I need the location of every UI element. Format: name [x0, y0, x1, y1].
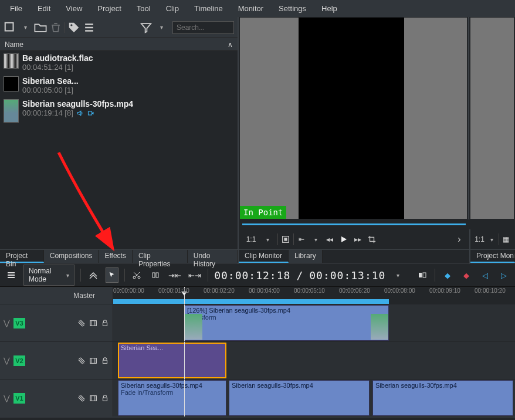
menu-tool[interactable]: Tool — [129, 4, 158, 13]
zone-icon[interactable] — [416, 267, 429, 283]
timecode-separator: / — [296, 269, 303, 282]
in-point-badge: In Point — [240, 206, 286, 219]
timeline-clip[interactable]: Siberian seagulls-30fps.mp4 — [229, 380, 370, 416]
track-header[interactable]: ⋁ V2 — [0, 342, 113, 379]
delete-icon[interactable] — [49, 21, 62, 34]
bin-item[interactable]: Siberian Sea... 00:00:05:00 [1] — [0, 74, 238, 97]
timeline-clip[interactable]: Siberian seagulls-30fps.mp4 — [372, 380, 513, 416]
track-label[interactable]: V2 — [13, 355, 25, 366]
tab-undo-history[interactable]: Undo History — [188, 250, 238, 263]
rewind-icon[interactable]: ◂◂ — [323, 233, 336, 246]
hamburger-icon[interactable] — [5, 267, 18, 283]
project-monitor-viewport[interactable] — [470, 18, 514, 219]
pointer-tool-icon[interactable] — [106, 267, 118, 283]
track-content[interactable]: Siberian seagulls-30fps.mp4Fade in/Trans… — [113, 380, 515, 416]
track-collapse-icon[interactable]: ⋁ — [4, 356, 10, 365]
clip-monitor-viewport[interactable]: In Point — [240, 18, 467, 219]
insert-icon[interactable]: ⇥⇤ — [168, 267, 182, 283]
tab-clip-monitor[interactable]: Clip Monitor — [239, 250, 289, 263]
menu-view[interactable]: View — [58, 4, 90, 13]
seek-start-icon[interactable]: ⇤ — [295, 233, 308, 246]
cut-tool-icon[interactable] — [130, 267, 143, 283]
marker-red-icon[interactable]: ◆ — [460, 267, 473, 283]
filter-icon[interactable] — [140, 21, 153, 34]
monitor-ruler[interactable] — [239, 219, 515, 229]
svg-rect-9 — [419, 273, 422, 277]
ruler-tick: 00:00:08:00 — [384, 287, 415, 294]
zoom-dropdown-2[interactable] — [486, 233, 497, 246]
timeline-ruler[interactable]: 00:00:00:0000:00:01:1000:00:02:2000:00:0… — [113, 287, 515, 304]
seek-start-dropdown[interactable] — [309, 233, 322, 246]
timeline-clip[interactable]: [126%] Siberian seagulls-30fps.mp4Transf… — [184, 305, 389, 341]
track-collapse-icon[interactable]: ⋁ — [4, 394, 10, 402]
menu-settings[interactable]: Settings — [271, 4, 314, 13]
track-label[interactable]: V1 — [13, 393, 25, 404]
add-clip-icon[interactable] — [4, 21, 16, 34]
clip-thumb-icon — [185, 314, 202, 340]
next-icon[interactable]: › — [453, 233, 466, 246]
grid-icon[interactable]: ▦ — [500, 233, 511, 246]
track-collapse-icon[interactable]: ⋁ — [4, 319, 10, 327]
track-visible-icon[interactable] — [89, 319, 97, 327]
bin-toolbar — [0, 17, 238, 38]
menu-clip[interactable]: Clip — [158, 4, 187, 13]
track-content[interactable]: [126%] Siberian seagulls-30fps.mp4Transf… — [113, 304, 515, 341]
tab-library[interactable]: Library — [289, 250, 323, 263]
list-icon[interactable] — [83, 21, 96, 34]
marker-blue-icon[interactable]: ◆ — [441, 267, 454, 283]
track-lock-icon[interactable] — [101, 319, 109, 327]
track-label[interactable]: V3 — [13, 318, 25, 328]
timeline-clip[interactable]: Siberian Sea... — [118, 343, 226, 378]
tab-project-monitor[interactable]: Project Monitor — [470, 250, 515, 263]
bin-item[interactable]: Be audiotrack.flac 00:04:51:24 [1] — [0, 51, 238, 74]
fullscreen-icon[interactable] — [279, 233, 292, 246]
menu-help[interactable]: Help — [314, 4, 345, 13]
spacer-tool-icon[interactable] — [149, 267, 162, 283]
bin-column-header[interactable]: Name ∧ — [0, 38, 238, 51]
tab-effects[interactable]: Effects — [99, 250, 132, 263]
track-header[interactable]: ⋁ V1 — [0, 380, 113, 416]
tag-icon[interactable] — [67, 21, 80, 34]
track-header[interactable]: ⋁ V3 — [0, 304, 113, 341]
timecode-dropdown[interactable] — [391, 267, 404, 283]
forward-icon[interactable]: ▸▸ — [351, 233, 364, 246]
track-visible-icon[interactable] — [89, 357, 97, 365]
tab-clip-properties[interactable]: Clip Properties — [133, 250, 188, 263]
menu-timeline[interactable]: Timeline — [187, 4, 231, 13]
clip-effect-label: Transform — [187, 314, 386, 321]
monitor-progress — [242, 223, 466, 225]
track-lock-icon[interactable] — [101, 357, 109, 365]
bin-item[interactable]: Siberian seagulls-30fps.mp4 00:00:19:14 … — [0, 97, 238, 125]
zoom-dropdown[interactable] — [261, 233, 274, 246]
menu-edit[interactable]: Edit — [30, 4, 58, 13]
folder-icon[interactable] — [34, 21, 47, 34]
marker-next-icon[interactable]: ▷ — [497, 267, 510, 283]
bin-header-name: Name — [5, 40, 23, 49]
marker-prev-icon[interactable]: ◁ — [479, 267, 492, 283]
svg-point-1 — [70, 24, 72, 26]
track-effects-icon[interactable] — [77, 319, 86, 327]
crop-icon[interactable] — [365, 233, 378, 246]
timeline-clip[interactable]: Siberian seagulls-30fps.mp4Fade in/Trans… — [118, 380, 226, 416]
timeline-master-header[interactable]: Master — [0, 287, 113, 304]
menu-project[interactable]: Project — [90, 4, 128, 13]
track-content[interactable]: Siberian Sea... — [113, 342, 515, 379]
clip-title: Siberian seagulls-30fps.mp4 — [375, 382, 510, 389]
menu-file[interactable]: File — [2, 4, 30, 13]
track-lock-icon[interactable] — [101, 394, 109, 402]
menu-monitor[interactable]: Monitor — [231, 4, 271, 13]
search-input[interactable] — [172, 21, 234, 34]
add-clip-dropdown[interactable] — [19, 21, 32, 34]
tab-compositions[interactable]: Compositions — [44, 250, 99, 263]
filter-dropdown[interactable] — [155, 21, 168, 34]
edit-mode-select[interactable]: Normal Mode — [23, 265, 74, 286]
track-effects-icon[interactable] — [77, 357, 86, 365]
compositing-icon[interactable] — [87, 267, 100, 283]
timeline-position-timecode[interactable]: 00:00:12:18 — [214, 269, 290, 282]
clip-effect-label: Fade in/Transform — [121, 389, 223, 396]
tab-project-bin[interactable]: Project Bin — [0, 250, 44, 263]
track-effects-icon[interactable] — [77, 394, 86, 402]
track-visible-icon[interactable] — [89, 394, 97, 402]
overwrite-icon[interactable]: ⇤⇥ — [188, 267, 202, 283]
play-icon[interactable] — [337, 233, 350, 246]
